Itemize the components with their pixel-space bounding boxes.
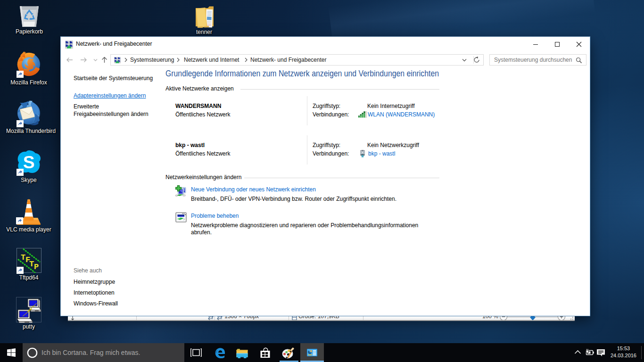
svg-text:P: P (34, 263, 39, 272)
svg-text:T: T (29, 260, 34, 269)
svg-text:S: S (23, 153, 35, 172)
svg-text:T: T (21, 253, 25, 262)
